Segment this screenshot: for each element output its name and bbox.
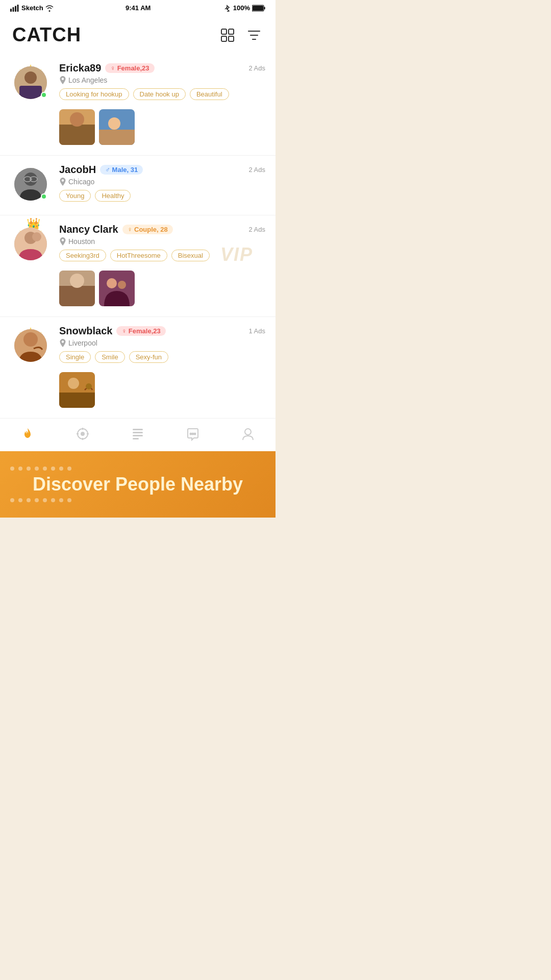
svg-rect-6 [264,7,265,9]
location-text-jacobh: Chicago [68,178,94,186]
nav-item-profile[interactable] [233,425,263,443]
photos-snowblack [59,372,265,408]
avatar-wrap-nancyclark [10,224,51,264]
tags-snowblack: Single Smile Sexy-fun [59,351,265,363]
svg-rect-19 [99,130,135,145]
svg-rect-3 [17,5,19,12]
battery-percent: 100% [233,4,250,12]
svg-point-50 [68,378,79,389]
tag-jacobh-1[interactable]: Healthy [95,190,131,202]
svg-point-38 [62,239,64,241]
svg-rect-5 [253,6,263,11]
tag-jacobh-0[interactable]: Young [59,190,91,202]
user-name-jacobh: JacobH [59,164,96,176]
card-info-ericka89: Ericka89 ♀ Female,23 2 Ads Los Angeles [59,62,265,103]
avatar-wrap-jacobh [10,164,51,205]
svg-rect-58 [133,429,143,430]
bluetooth-icon [223,5,231,12]
svg-point-20 [108,117,120,130]
location-text-ericka89: Los Angeles [68,76,107,84]
tags-jacobh: Young Healthy [59,190,265,202]
photos-nancyclark: VIP [59,271,265,306]
location-snowblack: Liverpool [59,339,265,347]
bottom-banner: Discover People Nearby [0,451,276,518]
gender-badge-ericka89: ♀ Female,23 [105,63,154,73]
main-content: CATCH [0,14,276,451]
battery-icon [252,5,265,12]
user-card-ericka89[interactable]: Ericka89 ♀ Female,23 2 Ads Los Angeles [0,54,276,156]
svg-point-34 [62,179,64,181]
filter-button[interactable] [245,26,263,44]
tag-snowblack-1[interactable]: Smile [95,351,125,363]
tag-nancyclark-0[interactable]: Seeking3rd [59,250,106,261]
tag-snowblack-0[interactable]: Single [59,351,91,363]
location-icon-ericka89 [59,76,66,84]
avatar-wrap-snowblack [10,325,51,366]
header-icons [218,26,263,44]
photo-nancyclark-1[interactable] [59,271,95,306]
photo-ericka89-2[interactable] [99,109,135,145]
tags-ericka89: Looking for hookup Date hook up Beautifu… [59,88,265,100]
vip-watermark: VIP [220,244,253,265]
avatar-nancyclark [14,228,47,260]
svg-point-51 [86,383,92,389]
app-title: CATCH [12,24,81,46]
svg-rect-60 [133,435,143,436]
location-icon-nancyclark [59,237,66,246]
tag-nancyclark-2[interactable]: Bisexual [171,250,210,261]
feed-icon [131,427,145,441]
nav-item-messages[interactable] [178,425,208,443]
tag-ericka89-0[interactable]: Looking for hookup [59,88,129,100]
location-text-snowblack: Liverpool [68,339,97,347]
svg-rect-16 [59,125,95,145]
svg-point-30 [24,173,37,186]
svg-rect-1 [13,7,14,12]
tag-ericka89-1[interactable]: Date hook up [133,88,186,100]
svg-point-12 [24,71,37,84]
card-info-jacobh: JacobH ♂ Male, 31 2 Ads Chicago Young [59,164,265,205]
nav-item-home[interactable] [12,425,43,443]
svg-point-44 [118,281,126,289]
gender-badge-jacobh: ♂ Male, 31 [100,165,143,175]
svg-point-47 [62,340,64,342]
user-card-jacobh[interactable]: JacobH ♂ Male, 31 2 Ads Chicago Young [0,156,276,215]
ads-count-snowblack: 1 Ads [248,327,265,335]
svg-rect-10 [229,36,234,41]
photo-ericka89-1[interactable] [59,109,95,145]
status-bar: Sketch 9:41 AM 100% [0,0,276,14]
svg-point-37 [32,232,41,241]
ads-count-ericka89: 2 Ads [248,64,265,72]
profile-icon [241,427,255,441]
svg-rect-8 [229,29,234,34]
home-icon [20,427,35,441]
signal-icon [10,5,19,12]
user-card-nancyclark[interactable]: 👑 [0,215,276,317]
status-left: Sketch [10,4,54,12]
nav-item-feed[interactable] [122,425,153,443]
svg-point-65 [245,429,251,435]
banner-text-part1: Discover People [33,474,176,495]
grid-view-button[interactable] [218,26,237,44]
location-text-nancyclark: Houston [68,237,95,246]
tag-snowblack-2[interactable]: Sexy-fun [129,351,168,363]
status-time: 9:41 AM [126,4,151,12]
user-card-snowblack[interactable]: Snowblack ♀ Female,23 1 Ads Liverpool [0,317,276,418]
carrier-name: Sketch [21,4,43,12]
svg-rect-61 [133,438,139,439]
tag-nancyclark-1[interactable]: HotThreesome [110,250,167,261]
location-ericka89: Los Angeles [59,76,265,84]
photo-snowblack-1[interactable] [59,372,95,408]
gender-badge-nancyclark: ♀ Couple, 28 [122,225,173,234]
online-dot-jacobh [41,193,47,200]
user-name-snowblack: Snowblack [59,325,112,337]
photo-nancyclark-2[interactable] [99,271,135,306]
tag-ericka89-2[interactable]: Beautiful [190,88,229,100]
svg-point-53 [81,432,85,436]
svg-point-64 [194,433,196,435]
avatar-wrap-ericka89 [10,62,51,103]
header: CATCH [0,14,276,54]
svg-rect-7 [221,29,227,34]
svg-point-46 [23,332,38,347]
svg-rect-9 [221,36,227,41]
nav-item-explore[interactable] [67,425,98,443]
